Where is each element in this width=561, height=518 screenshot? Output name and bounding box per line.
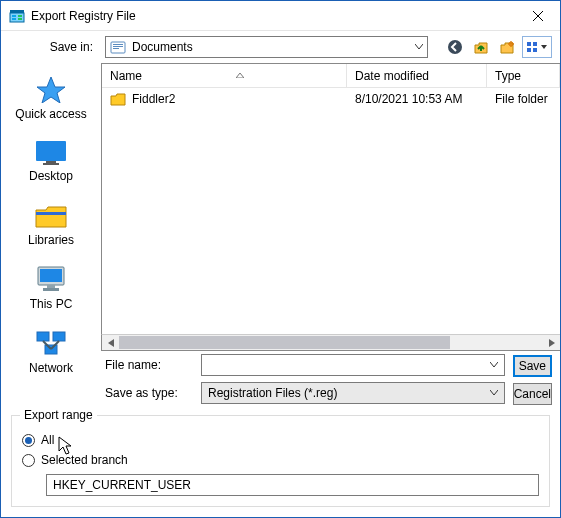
- file-type: File folder: [495, 92, 548, 106]
- export-range-all-row[interactable]: All: [22, 430, 539, 450]
- place-desktop[interactable]: Desktop: [6, 133, 96, 193]
- file-date: 8/10/2021 10:53 AM: [355, 92, 462, 106]
- chevron-down-icon: [490, 390, 498, 396]
- save-in-dropdown[interactable]: Documents: [105, 36, 428, 58]
- radio-selected-branch[interactable]: [22, 454, 35, 467]
- nav-icon-group: [434, 36, 552, 58]
- svg-rect-26: [47, 285, 55, 288]
- scroll-thumb[interactable]: [119, 336, 450, 349]
- svg-rect-4: [18, 18, 22, 20]
- documents-icon: [110, 40, 126, 54]
- chevron-down-icon: [415, 44, 423, 50]
- save-in-toolbar: Save in: Documents: [1, 31, 560, 63]
- view-menu-button[interactable]: [522, 36, 552, 58]
- scroll-track[interactable]: [119, 335, 543, 350]
- place-network[interactable]: Network: [6, 323, 96, 385]
- file-name-input[interactable]: [201, 354, 505, 376]
- radio-all[interactable]: [22, 434, 35, 447]
- svg-rect-27: [43, 288, 59, 291]
- this-pc-icon: [34, 265, 68, 293]
- up-one-level-button[interactable]: [470, 36, 492, 58]
- new-folder-button[interactable]: [496, 36, 518, 58]
- svg-rect-21: [46, 161, 56, 163]
- radio-all-label: All: [41, 433, 54, 447]
- sort-ascending-icon: [236, 73, 244, 78]
- svg-rect-19: [533, 48, 537, 52]
- svg-rect-22: [43, 163, 59, 165]
- svg-rect-1: [12, 15, 16, 17]
- radio-selected-label: Selected branch: [41, 453, 128, 467]
- close-button[interactable]: [515, 1, 560, 30]
- place-label: This PC: [30, 297, 73, 311]
- export-range-legend: Export range: [20, 408, 97, 422]
- cancel-button[interactable]: Cancel: [513, 383, 552, 405]
- svg-rect-20: [36, 141, 66, 161]
- scroll-left-button[interactable]: [102, 335, 119, 350]
- scroll-right-button[interactable]: [543, 335, 560, 350]
- save-as-type-label: Save as type:: [101, 386, 191, 400]
- titlebar: Export Registry File: [1, 1, 560, 31]
- chevron-down-icon: [490, 362, 498, 368]
- place-label: Quick access: [15, 107, 86, 121]
- svg-rect-10: [113, 46, 123, 47]
- network-icon: [34, 329, 68, 357]
- selected-branch-input[interactable]: HKEY_CURRENT_USER: [46, 474, 539, 496]
- svg-rect-29: [53, 332, 65, 341]
- regedit-icon: [9, 8, 25, 24]
- horizontal-scrollbar[interactable]: [101, 334, 560, 351]
- svg-rect-28: [37, 332, 49, 341]
- file-name: Fiddler2: [132, 92, 175, 106]
- svg-rect-5: [10, 10, 24, 13]
- place-this-pc[interactable]: This PC: [6, 259, 96, 321]
- svg-rect-25: [40, 269, 62, 282]
- column-headers: Name Date modified Type: [102, 64, 560, 88]
- export-registry-dialog: Export Registry File Save in: Documents: [0, 0, 561, 518]
- save-in-location-name: Documents: [132, 40, 193, 54]
- file-list[interactable]: Name Date modified Type F: [101, 63, 560, 334]
- place-label: Libraries: [28, 233, 74, 247]
- column-header-date[interactable]: Date modified: [347, 64, 487, 87]
- quick-access-icon: [35, 75, 67, 103]
- svg-rect-3: [18, 15, 22, 17]
- column-header-type[interactable]: Type: [487, 64, 560, 87]
- svg-point-12: [448, 40, 462, 54]
- save-button[interactable]: Save: [513, 355, 552, 377]
- place-label: Network: [29, 361, 73, 375]
- export-range-group: Export range All Selected branch HKEY_CU…: [11, 415, 550, 507]
- svg-rect-2: [12, 18, 16, 20]
- folder-icon: [110, 92, 126, 106]
- svg-rect-11: [113, 48, 119, 49]
- window-title: Export Registry File: [31, 9, 515, 23]
- place-label: Desktop: [29, 169, 73, 183]
- places-bar: Quick access Desktop Libraries This PC N…: [1, 63, 101, 407]
- svg-rect-8: [111, 42, 125, 53]
- svg-rect-0: [10, 13, 24, 22]
- svg-rect-23: [36, 212, 66, 215]
- svg-rect-9: [113, 44, 123, 45]
- svg-rect-17: [527, 48, 531, 52]
- save-in-label: Save in:: [1, 40, 99, 54]
- svg-rect-18: [533, 42, 537, 46]
- export-range-selected-row[interactable]: Selected branch: [22, 450, 539, 470]
- libraries-icon: [34, 201, 68, 229]
- desktop-icon: [34, 139, 68, 165]
- place-quick-access[interactable]: Quick access: [6, 69, 96, 131]
- file-name-label: File name:: [101, 358, 191, 372]
- column-header-name[interactable]: Name: [102, 64, 347, 87]
- place-libraries[interactable]: Libraries: [6, 195, 96, 257]
- svg-rect-30: [45, 345, 57, 354]
- svg-rect-16: [527, 42, 531, 46]
- file-row[interactable]: Fiddler2 8/10/2021 10:53 AM File folder: [102, 88, 560, 110]
- back-button[interactable]: [444, 36, 466, 58]
- save-as-type-dropdown[interactable]: Registration Files (*.reg): [201, 382, 505, 404]
